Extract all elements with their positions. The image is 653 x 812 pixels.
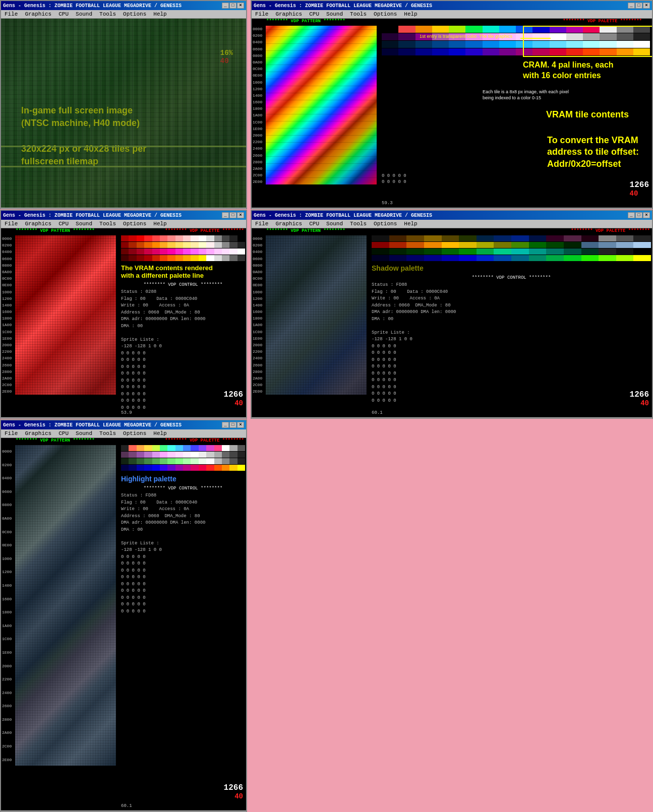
counter-2: 1266 40 <box>630 180 649 198</box>
window-4: Gens - Genesis : ZOMBIE FOOTBALL LEAGUE … <box>251 210 653 419</box>
counter-num-3: 1266 <box>224 390 243 399</box>
menu-sound-3[interactable]: Sound <box>74 220 94 227</box>
menu-sound-1[interactable]: Sound <box>74 11 94 18</box>
menu-cpu-4[interactable]: CPU <box>308 220 321 227</box>
menu-help-1[interactable]: Help <box>152 11 168 18</box>
menu-cpu-1[interactable]: CPU <box>57 11 70 18</box>
vdp-pattern-area-3: 00000200040006000800 0A000C000E001000120… <box>15 235 116 417</box>
menu-tools-2[interactable]: Tools <box>348 11 368 18</box>
flag-data-3: Flag : 00 Data : 0000C040 <box>121 296 245 303</box>
close-3[interactable]: × <box>237 212 244 218</box>
vdp-status-5: Status : FD88 Flag : 00 Data : 0000C040 … <box>121 492 245 615</box>
tile-note-text: Each tile is a 8x8 px image, with each p… <box>483 89 573 101</box>
counter-5: 1266 40 <box>224 783 243 800</box>
maximize-5[interactable]: □ <box>229 422 236 428</box>
title-4: Gens - Genesis : ZOMBIE FOOTBALL LEAGUE … <box>254 213 432 218</box>
convert-annotation: To convert the VRAM address to tile offs… <box>547 135 639 170</box>
status-4: Status : FD88 <box>372 282 651 289</box>
menu-help-4[interactable]: Help <box>402 220 419 227</box>
minimize-2[interactable]: _ <box>628 3 635 9</box>
menu-help-5[interactable]: Help <box>152 430 168 437</box>
maximize-3[interactable]: □ <box>229 212 236 218</box>
vdp-pattern-area-5: 00000200040006000800 0A000C000E001000120… <box>15 445 116 810</box>
menu-file-2[interactable]: File <box>254 11 270 18</box>
close-4[interactable]: × <box>643 212 650 218</box>
palette-display-5 <box>121 445 245 471</box>
close-2[interactable]: × <box>643 3 650 9</box>
palette-row3 <box>382 41 650 48</box>
minimize-4[interactable]: _ <box>628 212 635 218</box>
palette-note-text: 1st entry is transparent color. The tile… <box>420 34 520 39</box>
menu-options-1[interactable]: Options <box>122 11 148 18</box>
window-1: Gens - Genesis : ZOMBIE FOOTBALL LEAGUE … <box>0 0 247 209</box>
addr-labels-4: 00000200040006000800 0A000C000E001000120… <box>253 235 262 395</box>
close-5[interactable]: × <box>237 422 244 428</box>
menu-sound-4[interactable]: Sound <box>325 220 344 227</box>
menu-options-5[interactable]: Options <box>122 430 148 437</box>
vram-text1: VRAM tile contents <box>546 109 629 120</box>
menu-options-2[interactable]: Options <box>372 11 398 18</box>
sprite-vals-5: -128 -128 1 0 0 <box>121 547 245 554</box>
titlebar-1: Gens - Genesis : ZOMBIE FOOTBALL LEAGUE … <box>1 1 246 10</box>
vdp-pattern-label-3: ******** VDP PATTERN ******** <box>16 228 95 233</box>
counter-fps-2: 40 <box>630 190 638 198</box>
title-3: Gens - Genesis : ZOMBIE FOOTBALL LEAGUE … <box>3 213 182 218</box>
title-1: Gens - Genesis : ZOMBIE FOOTBALL LEAGUE … <box>3 3 182 9</box>
palette-display-4 <box>372 235 651 261</box>
menu-cpu-3[interactable]: CPU <box>57 220 70 227</box>
vdp-tiles-4 <box>266 235 367 395</box>
write-access-5: Write : 00 Access : 0A <box>121 506 245 513</box>
cram-annotation: CRAM. 4 pal lines, each with 16 color en… <box>523 60 653 81</box>
menu-sound-2[interactable]: Sound <box>325 11 344 18</box>
menu-graphics-3[interactable]: Graphics <box>23 220 53 227</box>
maximize-1[interactable]: □ <box>229 3 236 9</box>
vdp-pattern-label-2: ******** VDP PATTERN ******** <box>266 19 345 24</box>
menu-help-3[interactable]: Help <box>152 220 168 227</box>
controls-2: _ □ × <box>628 3 650 9</box>
vdp-pattern-label-5: ******** VDP PATTERN ******** <box>16 438 95 443</box>
menu-graphics-2[interactable]: Graphics <box>274 11 304 18</box>
menubar-2: File Graphics CPU Sound Tools Options He… <box>252 10 652 19</box>
minimize-5[interactable]: _ <box>222 422 229 428</box>
dma-5: DMA : 00 <box>121 527 245 534</box>
close-1[interactable]: × <box>237 3 244 9</box>
menu-cpu-2[interactable]: CPU <box>308 11 321 18</box>
write-access-4: Write : 00 Access : 0A <box>372 295 651 302</box>
menu-tools-1[interactable]: Tools <box>98 11 117 18</box>
menu-graphics-4[interactable]: Graphics <box>274 220 304 227</box>
menu-graphics-1[interactable]: Graphics <box>23 11 53 18</box>
menu-options-3[interactable]: Options <box>122 220 148 227</box>
menu-options-4[interactable]: Options <box>372 220 398 227</box>
address-dma-5: Address : 0060 DMA_Mode : 80 <box>121 513 245 520</box>
menu-graphics-5[interactable]: Graphics <box>23 430 53 437</box>
menu-tools-4[interactable]: Tools <box>348 220 368 227</box>
menu-tools-5[interactable]: Tools <box>98 430 117 437</box>
dma-adr-3: DMA adr: 00000000 DMA len: 0000 <box>121 316 245 323</box>
title-2: Gens - Genesis : ZOMBIE FOOTBALL LEAGUE … <box>254 3 432 9</box>
menu-file-3[interactable]: File <box>3 220 19 227</box>
menu-file-5[interactable]: File <box>3 430 19 437</box>
menu-help-2[interactable]: Help <box>402 11 419 18</box>
menu-file-1[interactable]: File <box>3 11 19 18</box>
tile-note: Each tile is a 8x8 px image, with each p… <box>483 89 573 101</box>
minimize-1[interactable]: _ <box>222 3 229 9</box>
controls-5: _ □ × <box>222 422 244 428</box>
palette-row1 <box>382 26 650 33</box>
flag-data-4: Flag : 00 Data : 0000C040 <box>372 289 651 296</box>
minimize-3[interactable]: _ <box>222 212 229 218</box>
tile-overlay <box>1 19 247 208</box>
counter-num-5: 1266 <box>224 783 243 792</box>
sprite-3: Sprite Liste : <box>121 337 245 344</box>
palette-rendered-2: with a different palette line <box>121 272 245 279</box>
menu-tools-3[interactable]: Tools <box>98 220 117 227</box>
maximize-2[interactable]: □ <box>635 3 642 9</box>
maximize-4[interactable]: □ <box>635 212 642 218</box>
menu-file-4[interactable]: File <box>254 220 270 227</box>
sprite-4: Sprite Liste : <box>372 330 651 337</box>
addr-labels-5: 00000200040006000800 0A000C000E001000120… <box>2 445 12 767</box>
menu-sound-5[interactable]: Sound <box>74 430 94 437</box>
palette-rendered-1: The VRAM contents rendered <box>121 264 245 272</box>
vdp-tiles-2 <box>266 26 377 184</box>
palette-note-arrow: 1st entry is transparent color. The tile… <box>420 34 520 39</box>
menu-cpu-5[interactable]: CPU <box>57 430 70 437</box>
